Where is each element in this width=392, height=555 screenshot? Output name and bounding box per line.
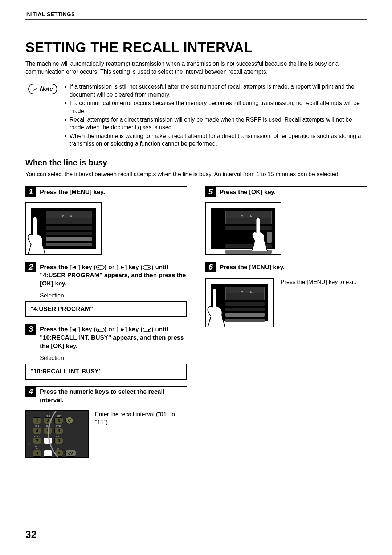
control-panel-illustration: ▼ ▲ (205, 202, 281, 255)
selection-label: Selection (40, 355, 187, 361)
step-body-text: Press the [MENU] key to exit. (281, 276, 356, 286)
left-key-icon (96, 265, 105, 270)
right-key-icon (143, 328, 151, 332)
subheading-desc: You can select the interval between reca… (25, 170, 367, 178)
page-title: SETTING THE RECALL INTERVAL (25, 40, 367, 56)
intro-text: The machine will automatically reattempt… (25, 60, 367, 76)
step-text: Press the [MENU] key. (220, 262, 285, 272)
step-text: Press the [] key () or [] key () until "… (40, 324, 187, 351)
selection-label: Selection (40, 292, 187, 299)
note-item: When the machine is waiting to make a re… (65, 132, 367, 148)
finger-icon (205, 289, 229, 327)
step-body-text: Enter the recall interval ("01" to "15")… (95, 407, 187, 426)
control-panel-illustration: ▼ ▲ (205, 278, 274, 327)
step-1: 1 Press the [MENU] key. ▼ ▲ (25, 186, 187, 255)
step-number: 2 (25, 262, 36, 272)
note-item: Recall attempts for a direct transmissio… (65, 116, 367, 131)
selection-box: "10:RECALL INT. BUSY" (25, 364, 187, 380)
control-panel-illustration: ▼ ▲ (25, 202, 102, 255)
section-header: INITIAL SETTINGS (25, 11, 367, 20)
step-number: 4 (25, 386, 36, 397)
right-key-icon (143, 265, 151, 270)
note-item: If a communication error occurs because … (65, 99, 367, 115)
keypad-key-4: 4 (33, 428, 41, 434)
note-item: If a transmission is still not successfu… (65, 83, 367, 98)
step-text: Press the [] key () or [] key () until "… (40, 262, 187, 288)
left-arrow-icon (72, 265, 78, 270)
keypad-key-7: 7 (33, 438, 41, 444)
subheading: When the line is busy (25, 158, 367, 167)
step-2: 2 Press the [] key () or [] key () until… (25, 262, 187, 317)
pencil-icon (33, 86, 38, 92)
right-arrow-icon (118, 265, 125, 270)
right-arrow-icon (118, 328, 125, 332)
right-column: 5 Press the [OK] key. ▼ ▲ 6 Press the [M… (205, 186, 367, 465)
keypad-key-star: ✱ (33, 450, 41, 457)
step-6: 6 Press the [MENU] key. ▼ ▲ Press the [M… (205, 262, 367, 327)
keypad-key-1: 1 (33, 417, 41, 424)
step-number: 3 (25, 324, 36, 335)
note-badge: Note (28, 84, 57, 94)
step-text: Press the numeric keys to select the rec… (40, 387, 187, 405)
finger-icon (249, 217, 270, 251)
step-number: 6 (205, 262, 216, 272)
step-text: Press the [OK] key. (220, 187, 276, 197)
step-number: 5 (205, 186, 216, 197)
note-list: If a transmission is still not successfu… (65, 83, 367, 149)
page-number: 32 (25, 529, 37, 540)
step-5: 5 Press the [OK] key. ▼ ▲ (205, 186, 367, 255)
step-number: 1 (25, 186, 36, 197)
note-label: Note (40, 86, 53, 92)
finger-icon (25, 216, 49, 255)
left-column: 1 Press the [MENU] key. ▼ ▲ 2 Press the … (25, 186, 187, 465)
step-text: Press the [MENU] key. (40, 187, 105, 197)
keypad-illustration: M 1 ABC2 DEF3 C GHI4 JKL5 MNO6 PQRS7 (25, 410, 89, 458)
left-arrow-icon (72, 328, 78, 332)
left-key-icon (96, 328, 105, 332)
step-3: 3 Press the [] key () or [] key () until… (25, 324, 187, 380)
selection-box: "4:USER PROGRAM" (25, 301, 187, 317)
note-block: Note If a transmission is still not succ… (25, 83, 367, 149)
keypad-key-0 (44, 450, 52, 457)
step-4: 4 Press the numeric keys to select the r… (25, 386, 187, 458)
